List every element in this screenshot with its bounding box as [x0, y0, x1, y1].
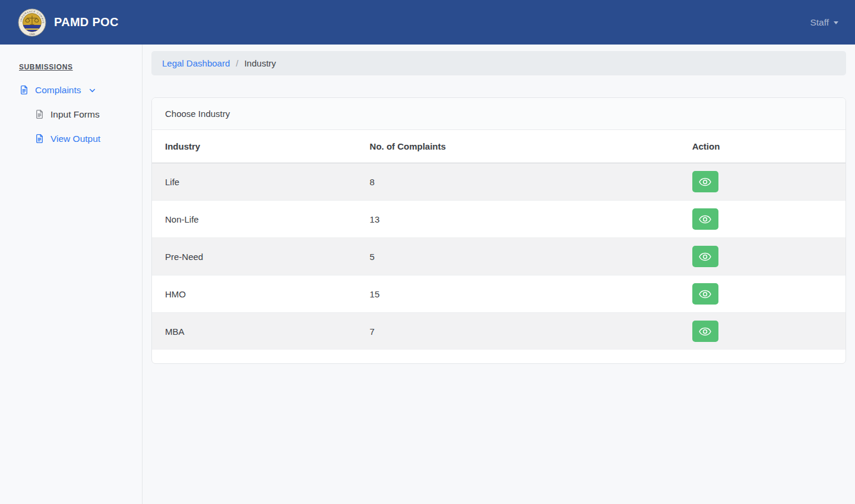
view-industry-button[interactable] — [692, 171, 718, 192]
industry-table-body: Life 8 — [152, 163, 846, 350]
insurance-commission-seal-icon: INSURANCE COMMISSION · 1949 · — [18, 8, 46, 37]
sidebar-item-label: Complaints — [35, 85, 81, 95]
table-row: Non-Life 13 — [152, 201, 846, 238]
industry-cell: Life — [152, 163, 357, 201]
eye-icon — [699, 290, 711, 299]
column-header-complaints: No. of Complaints — [357, 130, 679, 163]
complaints-count-cell: 13 — [357, 201, 679, 238]
action-cell — [679, 313, 846, 350]
sidebar-section-submissions: SUBMISSIONS — [19, 63, 142, 71]
action-cell — [679, 238, 846, 275]
sidebar-item-complaints[interactable]: Complaints — [0, 85, 142, 95]
view-industry-button[interactable] — [692, 321, 718, 342]
breadcrumb-separator: / — [236, 58, 238, 68]
table-header-row: Industry No. of Complaints Action — [152, 130, 846, 163]
user-dropdown[interactable]: Staff — [810, 17, 838, 28]
table-row: Pre-Need 5 — [152, 238, 846, 275]
file-text-icon — [34, 109, 45, 119]
table-row: MBA 7 — [152, 313, 846, 350]
breadcrumb-current: Industry — [244, 58, 276, 68]
choose-industry-card: Choose Industry Industry No. of Complain… — [151, 97, 846, 364]
sidebar: SUBMISSIONS Complaints — [0, 45, 142, 504]
industry-cell: MBA — [152, 313, 357, 350]
sidebar-item-label: View Output — [50, 134, 100, 144]
breadcrumb-link-legal-dashboard[interactable]: Legal Dashboard — [162, 58, 230, 68]
action-cell — [679, 275, 846, 313]
top-navbar: INSURANCE COMMISSION · 1949 · PAMD POC S… — [0, 0, 855, 45]
view-industry-button[interactable] — [692, 283, 718, 305]
user-dropdown-label: Staff — [810, 17, 829, 28]
file-text-icon — [19, 85, 29, 95]
table-row: HMO 15 — [152, 275, 846, 313]
view-industry-button[interactable] — [692, 208, 718, 230]
action-cell — [679, 201, 846, 238]
industry-cell: Pre-Need — [152, 238, 357, 275]
app-title: PAMD POC — [54, 15, 119, 29]
complaints-count-cell: 15 — [357, 275, 679, 313]
chevron-down-icon — [88, 87, 96, 94]
eye-icon — [699, 252, 711, 261]
eye-icon — [699, 327, 711, 336]
table-row: Life 8 — [152, 163, 846, 201]
complaints-count-cell: 8 — [357, 163, 679, 201]
sidebar-item-label: Input Forms — [50, 110, 100, 119]
card-title: Choose Industry — [152, 98, 846, 130]
brand-link[interactable]: INSURANCE COMMISSION · 1949 · PAMD POC — [18, 8, 119, 37]
action-cell — [679, 163, 846, 201]
industry-table: Industry No. of Complaints Action Life 8 — [152, 130, 846, 350]
svg-text:· 1949 ·: · 1949 · — [28, 32, 36, 35]
view-industry-button[interactable] — [692, 246, 718, 267]
industry-cell: Non-Life — [152, 201, 357, 238]
sidebar-item-view-output[interactable]: View Output — [0, 134, 142, 144]
file-text-icon — [34, 134, 45, 144]
column-header-action: Action — [679, 130, 846, 163]
industry-cell: HMO — [152, 275, 357, 313]
eye-icon — [699, 177, 711, 186]
main-content: Legal Dashboard / Industry Choose Indust… — [142, 45, 855, 504]
eye-icon — [699, 215, 711, 224]
complaints-count-cell: 5 — [357, 238, 679, 275]
caret-down-icon — [834, 21, 838, 24]
breadcrumb: Legal Dashboard / Industry — [151, 51, 846, 75]
sidebar-item-input-forms[interactable]: Input Forms — [0, 109, 142, 119]
column-header-industry: Industry — [152, 130, 357, 163]
complaints-count-cell: 7 — [357, 313, 679, 350]
